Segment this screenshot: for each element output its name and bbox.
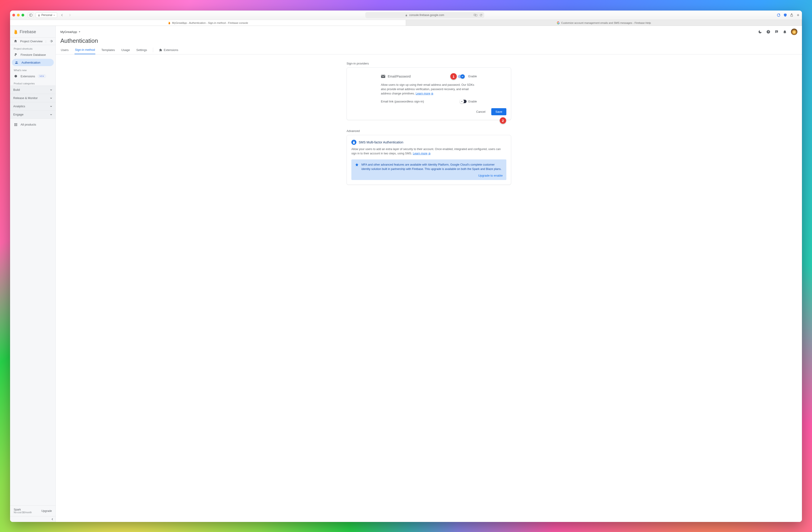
whats-new-heading: What's new [10, 67, 56, 72]
new-tab-button[interactable] [796, 14, 800, 17]
mfa-description: Allow your users to add an extra layer o… [351, 147, 506, 156]
account-avatar[interactable] [791, 29, 797, 35]
caret-down-icon [78, 31, 81, 33]
tab-label: Extensions [164, 48, 178, 52]
identity-platform-banner: MFA and other advanced features are avai… [351, 159, 506, 180]
url-text: console.firebase.google.com [409, 14, 444, 17]
sidebar-item-authentication[interactable]: Authentication [12, 59, 54, 66]
svg-rect-13 [14, 124, 15, 125]
sidebar-item-extensions[interactable]: Extensions NEW [10, 72, 56, 80]
firebase-logo[interactable]: Firebase [10, 26, 56, 37]
reload-button[interactable] [777, 13, 781, 17]
sidebar-item-label: Extensions [20, 75, 35, 78]
svg-rect-24 [461, 101, 463, 102]
category-label: Analytics [13, 104, 25, 108]
extensions-icon [14, 74, 18, 78]
translate-icon[interactable]: A [474, 14, 477, 16]
sidebar-item-firestore[interactable]: Firestore Database [10, 51, 56, 58]
tab-templates[interactable]: Templates [101, 46, 115, 54]
sidebar-item-label: Authentication [21, 61, 40, 64]
window-controls [12, 14, 24, 16]
browser-tab-firebase[interactable]: MyGreatApp - Authentication - Sign-in me… [10, 20, 406, 26]
tab-extensions[interactable]: Extensions [159, 46, 179, 54]
project-settings-button[interactable] [49, 39, 53, 43]
safari-toolbar: Personal console.firebase.google.com A [10, 11, 802, 20]
category-label: Build [13, 88, 20, 91]
tab-usage[interactable]: Usage [121, 46, 131, 54]
email-password-enable-toggle[interactable] [458, 75, 464, 78]
window-maximize-button[interactable] [21, 14, 24, 16]
check-icon [461, 75, 464, 77]
main-content: MyGreatApp ? Authentication Users Sign-i… [56, 26, 802, 522]
tab-settings[interactable]: Settings [136, 46, 147, 54]
sidebar-project-overview[interactable]: Project Overview [14, 39, 43, 43]
advanced-heading: Advanced [347, 129, 511, 133]
browser-tab-title: MyGreatApp - Authentication - Sign-in me… [172, 21, 248, 24]
plan-sub: No-cost $0/month [14, 511, 32, 514]
sidebar-category-build[interactable]: Build [10, 86, 56, 94]
browser-tab-help[interactable]: Customize account management emails and … [406, 20, 802, 26]
category-label: Release & Monitor [13, 96, 38, 100]
grid-icon [14, 123, 18, 126]
help-button[interactable]: ? [766, 30, 770, 34]
sidebar-collapse-button[interactable] [10, 516, 56, 522]
category-label: Engage [13, 113, 24, 116]
provider-description: Allow users to sign up using their email… [381, 83, 477, 96]
profile-label: Personal [41, 14, 52, 17]
sidebar-category-analytics[interactable]: Analytics [10, 102, 56, 111]
puzzle-icon [159, 48, 162, 52]
tab-users[interactable]: Users [60, 46, 69, 54]
star-icon [355, 163, 359, 171]
svg-rect-12 [16, 123, 17, 124]
dark-mode-toggle[interactable] [758, 30, 762, 34]
nav-back-button[interactable] [59, 12, 65, 18]
email-password-provider-card: Email/Password Enable 1 [347, 68, 511, 120]
upgrade-plan-button[interactable]: Upgrade [41, 509, 52, 513]
sidebar-all-products[interactable]: All products [10, 121, 56, 128]
firebase-brand-text: Firebase [20, 29, 36, 34]
browser-window: Personal console.firebase.google.com A [10, 11, 802, 522]
google-favicon-icon [557, 21, 560, 24]
svg-rect-3 [406, 15, 407, 16]
safari-profile-button[interactable]: Personal [36, 12, 57, 18]
email-link-enable-toggle[interactable] [460, 100, 467, 103]
enable-label: Enable [468, 75, 477, 78]
svg-rect-16 [14, 125, 15, 126]
chevron-down-icon [50, 97, 52, 99]
mfa-card: SMS Multi-factor Authentication Allow yo… [347, 135, 511, 185]
mfa-learn-more-link[interactable]: Learn more ⧉ [413, 152, 431, 155]
sidebar-category-release[interactable]: Release & Monitor [10, 94, 56, 102]
banner-text: MFA and other advanced features are avai… [361, 163, 503, 171]
learn-more-link[interactable]: Learn more ⧉ [416, 92, 433, 95]
email-link-label: Email link (passwordless sign-in) [381, 100, 424, 103]
svg-rect-15 [16, 124, 17, 125]
project-selector[interactable]: MyGreatApp [60, 30, 81, 34]
svg-point-2 [39, 14, 40, 15]
svg-point-8 [16, 61, 17, 62]
svg-rect-14 [16, 124, 16, 125]
external-link-icon: ⧉ [428, 152, 431, 155]
tab-sign-in-method[interactable]: Sign-in method [74, 46, 95, 54]
external-link-icon: ⧉ [431, 92, 433, 95]
save-button[interactable]: Save [491, 108, 506, 115]
nav-forward-button[interactable] [67, 12, 73, 18]
svg-point-9 [17, 61, 18, 62]
sidebar-category-engage[interactable]: Engage [10, 110, 56, 119]
notifications-button[interactable] [783, 30, 787, 34]
upgrade-to-enable-link[interactable]: Upgrade to enable [355, 174, 503, 177]
sidebar-toggle-button[interactable] [28, 12, 34, 18]
cancel-button[interactable]: Cancel [474, 108, 488, 115]
plan-name: Spark [14, 508, 21, 511]
window-minimize-button[interactable] [17, 14, 20, 16]
all-products-label: All products [20, 123, 36, 126]
shield-icon[interactable] [784, 13, 787, 17]
new-badge: NEW [38, 75, 46, 78]
reload-icon[interactable] [480, 14, 482, 16]
share-button[interactable] [790, 13, 793, 17]
address-bar[interactable]: console.firebase.google.com A [365, 12, 484, 18]
window-close-button[interactable] [12, 14, 15, 16]
chevron-down-icon [53, 14, 55, 16]
feedback-button[interactable] [774, 30, 779, 34]
page-title: Authentication [56, 35, 802, 46]
provider-name: Email/Password [388, 75, 410, 78]
